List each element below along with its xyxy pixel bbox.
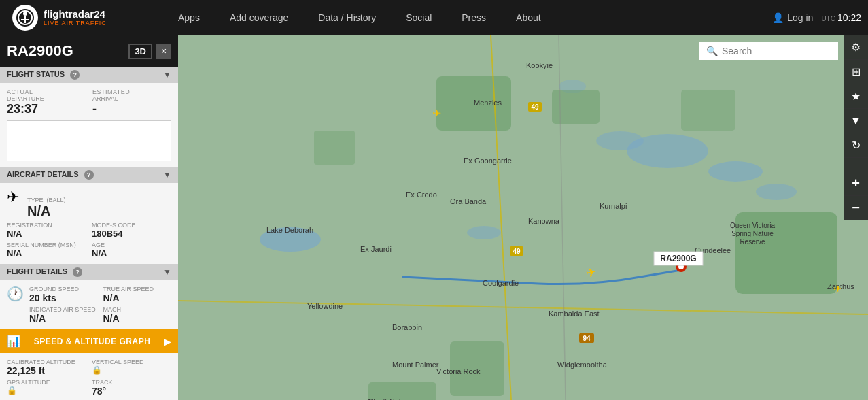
map-area[interactable]: ✈ ✈ ✈ Kookyie Menzies Ex Goongarrie Ex C… [178,35,868,400]
aircraft-body: ✈ TYPE (BALL) N/A REGISTRATION N/A MODE-… [0,183,178,264]
svg-text:Kambalda East: Kambalda East [549,310,600,318]
btn-3d[interactable]: 3D [128,44,152,59]
utc-time: UTC10:22 [821,12,861,23]
svg-rect-18 [314,131,355,165]
svg-text:Queen Victoria: Queen Victoria [730,222,775,229]
speed-altitude-graph-button[interactable]: 📊 SPEED & ALTITUDE GRAPH ▶ [0,329,178,353]
svg-text:Kanowna: Kanowna [528,217,560,225]
right-toolbar: ⚙ ⊞ ★ ▼ ↻ + − [844,35,868,220]
nav-data-history[interactable]: Data / History [303,0,391,35]
aircraft-details-header[interactable]: AIRCRAFT DETAILS ? ▼ [0,167,178,183]
graph-icon: 📊 [7,335,20,348]
speedometer-icon: 🕐 [7,286,24,302]
nav-links: Apps Add coverage Data / History Social … [163,0,772,35]
flight-header: RA2900G 3D × [0,35,178,67]
gps-lock-icon: 🔒 [7,386,86,395]
arrow-right-icon: ▶ [164,336,171,347]
search-icon: 🔍 [706,46,718,56]
svg-rect-17 [368,382,436,400]
favorites-button[interactable]: ★ [844,84,868,109]
plane-icon: ✈ [7,188,19,206]
left-panel: RA2900G 3D × FLIGHT STATUS ? ▼ ACTUAL DE… [0,35,178,400]
svg-text:Ora Banda: Ora Banda [450,197,487,205]
svg-text:Borabbin: Borabbin [392,323,422,331]
svg-text:Zanthus: Zanthus [827,282,854,290]
svg-text:Widgiemooltha: Widgiemooltha [557,361,608,369]
search-box: 🔍 [699,42,838,60]
svg-text:Kookyie: Kookyie [526,61,553,69]
svg-text:Menzies: Menzies [474,99,502,107]
svg-text:Coolgardie: Coolgardie [483,279,519,287]
svg-text:49: 49 [531,103,539,111]
svg-text:49: 49 [513,248,521,255]
nav-about[interactable]: About [501,0,556,35]
nav-add-coverage[interactable]: Add coverage [215,0,303,35]
flight-details-chevron: ▼ [163,267,171,277]
zoom-out-button[interactable]: − [844,196,868,220]
login-button[interactable]: 👤 Log in [772,12,813,23]
svg-point-12 [467,226,501,239]
user-icon: 👤 [772,12,784,23]
svg-text:Kurnalpi: Kurnalpi [600,202,627,210]
svg-text:Mount Palmer: Mount Palmer [392,361,439,369]
close-button[interactable]: × [156,44,171,59]
svg-rect-14 [552,90,600,124]
refresh-button[interactable]: ↻ [844,133,868,158]
logo-icon [12,5,38,31]
svg-text:Ex Credo: Ex Credo [406,190,437,199]
svg-text:Ex Jaurdi: Ex Jaurdi [360,245,392,253]
svg-text:Lake Deborah: Lake Deborah [266,226,313,234]
nav-right: 👤 Log in UTC10:22 [772,12,868,23]
svg-text:RA2900G: RA2900G [660,254,696,263]
svg-text:Ex Goongarrie: Ex Goongarrie [464,156,512,165]
flight-status-body: ACTUAL DEPARTURE 23:37 ESTIMATED ARRIVAL… [0,83,178,167]
svg-text:Yellowdine: Yellowdine [307,302,343,310]
airport-box [7,120,171,161]
flight-status-help-icon[interactable]: ? [70,70,80,80]
top-navigation: flightradar24 LIVE AIR TRAFFIC Apps Add … [0,0,868,35]
svg-point-10 [596,131,644,150]
flight-details-help-icon[interactable]: ? [73,267,82,277]
vertical-speed-lock-icon: 🔒 [92,365,171,375]
layers-button[interactable]: ⊞ [844,60,868,84]
filter-button[interactable]: ▼ [844,109,868,133]
altitude-body: CALIBRATED ALTITUDE 22,125 ft VERTICAL S… [0,353,178,400]
svg-text:✈: ✈ [432,107,441,119]
svg-text:94: 94 [583,335,591,342]
aircraft-chevron: ▼ [163,170,171,180]
svg-text:Reserve: Reserve [740,238,765,246]
svg-text:Spring Nature: Spring Nature [731,230,774,237]
svg-point-2 [23,12,27,16]
nav-apps[interactable]: Apps [163,0,215,35]
aircraft-details-help-icon[interactable]: ? [84,170,94,180]
zoom-in-button[interactable]: + [844,171,868,196]
svg-rect-19 [681,90,735,131]
logo-text: flightradar24 LIVE AIR TRAFFIC [44,9,107,27]
flight-status-header[interactable]: FLIGHT STATUS ? ▼ [0,67,178,83]
flight-details-body: 🕐 GROUND SPEED 20 kts TRUE AIR SPEED N/A… [0,280,178,329]
svg-point-8 [708,161,763,182]
search-input[interactable] [722,46,831,56]
logo-area: flightradar24 LIVE AIR TRAFFIC [0,5,163,31]
settings-button[interactable]: ⚙ [844,35,868,60]
flight-details-header[interactable]: FLIGHT DETAILS ? ▼ [0,264,178,280]
flight-status-chevron: ▼ [163,70,171,80]
svg-point-9 [756,184,797,200]
flight-id: RA2900G [7,42,73,60]
svg-text:Victoria Rock: Victoria Rock [436,367,481,376]
nav-press[interactable]: Press [447,0,501,35]
nav-social[interactable]: Social [391,0,447,35]
